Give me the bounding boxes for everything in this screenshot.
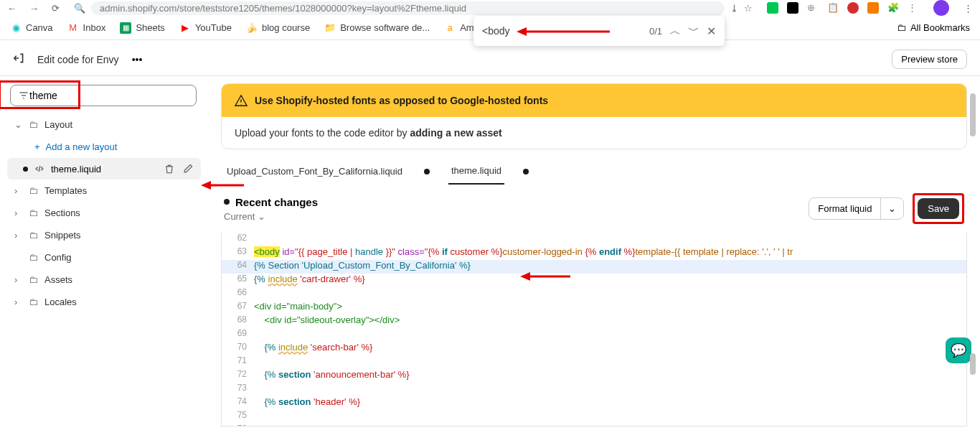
annotation-search-highlight	[0, 80, 80, 109]
plus-icon: +	[34, 141, 40, 152]
alert-box: Use Shopify-hosted fonts as opposed to G…	[221, 83, 967, 149]
address-bar[interactable]: admin.shopify.com/store/teststore1205/th…	[91, 1, 725, 15]
chevron-right-icon: ›	[14, 185, 23, 196]
extension-icon[interactable]	[867, 2, 879, 14]
sidebar-folder-config[interactable]: ›🗀Config	[7, 246, 201, 269]
tab-theme-liquid[interactable]: theme.liquid	[448, 158, 504, 185]
modified-dot-icon	[23, 167, 28, 172]
forward-icon[interactable]: →	[29, 3, 39, 14]
bookmark-inbox[interactable]: MInbox	[67, 22, 106, 34]
chevron-right-icon: ›	[14, 274, 23, 285]
sidebar-folder-layout[interactable]: ⌄ 🗀 Layout	[7, 113, 201, 136]
annotation-save-highlight: Save	[913, 193, 964, 224]
scrollbar-thumb[interactable]	[970, 93, 976, 136]
menu-icon[interactable]: ⋮	[963, 3, 973, 14]
sidebar-folder-templates[interactable]: ›🗀Templates	[7, 180, 201, 202]
extension-icon[interactable]	[787, 2, 798, 14]
find-match-count: 0/1	[649, 26, 662, 37]
chevron-right-icon: ›	[14, 208, 23, 218]
file-theme-liquid[interactable]: theme.liquid	[7, 158, 201, 180]
bookmark-blog[interactable]: 🍌blog course	[246, 22, 310, 34]
extension-icon[interactable]: ⊕	[807, 2, 819, 14]
extension-icon[interactable]: 📋	[827, 2, 839, 14]
find-close-icon[interactable]: ✕	[707, 24, 716, 38]
browser-toolbar: ← → ⟳ 🔍 admin.shopify.com/store/teststor…	[0, 0, 980, 16]
scrollbar-thumb[interactable]	[970, 353, 976, 375]
extension-icon[interactable]	[767, 2, 778, 14]
extension-icon[interactable]: ⋮	[908, 2, 919, 14]
page-title: Edit code for Envy	[37, 54, 119, 65]
modified-dot-icon	[424, 169, 430, 174]
code-editor[interactable]: 62 63<body id="{{ page_title | handle }}…	[221, 233, 967, 427]
folder-icon: 🗀	[29, 274, 39, 285]
bookmark-sheets[interactable]: ▦Sheets	[120, 22, 164, 34]
format-liquid-button[interactable]: Format liquid ⌄	[809, 197, 904, 220]
extension-icon[interactable]: 🧩	[887, 2, 899, 14]
delete-icon[interactable]	[164, 163, 175, 174]
back-icon[interactable]: ←	[7, 3, 17, 14]
svg-marker-3	[201, 181, 211, 190]
editor-tabs: Upload_Custom_Font_By_California.liquid …	[221, 158, 967, 185]
folder-icon: 🗀	[29, 119, 39, 130]
bookmark-canva[interactable]: ◉Canva	[10, 22, 53, 34]
all-bookmarks[interactable]: 🗀All Bookmarks	[897, 22, 970, 33]
modified-dot-icon	[523, 169, 529, 174]
extension-icon[interactable]	[847, 2, 859, 14]
folder-icon: 🗀	[29, 185, 39, 196]
preview-store-button[interactable]: Preview store	[892, 50, 967, 69]
app-header: Edit code for Envy ••• Preview store	[0, 43, 980, 76]
reload-icon[interactable]: ⟳	[52, 3, 60, 14]
chat-bubble-icon[interactable]: 💬	[946, 337, 971, 363]
folder-icon: 🗀	[29, 208, 39, 218]
sidebar-folder-locales[interactable]: ›🗀Locales	[7, 291, 201, 313]
warning-icon	[235, 94, 248, 107]
more-icon[interactable]: •••	[132, 54, 143, 65]
annotation-arrow	[520, 271, 570, 282]
find-prev-icon[interactable]: ︿	[669, 24, 681, 39]
svg-marker-5	[520, 272, 530, 281]
chevron-right-icon: ›	[14, 230, 23, 241]
recent-changes-title: Recent changes	[224, 196, 318, 208]
tab-upload-font[interactable]: Upload_Custom_Font_By_California.liquid	[224, 159, 405, 184]
bookmark-youtube[interactable]: ▶YouTube	[179, 22, 232, 34]
sidebar: ⌄ 🗀 Layout + Add a new layout theme.liqu…	[0, 76, 208, 438]
sidebar-folder-snippets[interactable]: ›🗀Snippets	[7, 224, 201, 246]
install-icon[interactable]: ⤓	[730, 3, 738, 14]
folder-icon: 🗀	[29, 230, 39, 241]
folder-icon: 🗀	[29, 297, 39, 307]
annotation-arrow	[201, 180, 244, 191]
add-layout-link[interactable]: + Add a new layout	[7, 136, 201, 158]
bookmark-browse[interactable]: 📁Browse software de...	[324, 22, 430, 34]
folder-icon: 🗀	[897, 22, 906, 33]
edit-icon[interactable]	[182, 163, 194, 174]
profile-avatar[interactable]	[933, 0, 949, 16]
find-next-icon[interactable]: ﹀	[688, 24, 699, 39]
save-button[interactable]: Save	[918, 198, 959, 219]
svg-marker-1	[517, 27, 527, 36]
chevron-down-icon: ⌄	[14, 119, 23, 130]
code-file-icon	[34, 163, 45, 174]
chevron-right-icon: ›	[14, 297, 23, 307]
site-info-icon[interactable]: 🔍	[74, 3, 85, 14]
sidebar-folder-sections[interactable]: ›🗀Sections	[7, 202, 201, 224]
exit-icon[interactable]	[13, 52, 24, 66]
folder-icon: 🗀	[29, 252, 39, 263]
content-area: Use Shopify-hosted fonts as opposed to G…	[208, 76, 980, 438]
star-icon[interactable]: ☆	[744, 3, 753, 14]
recent-changes-current[interactable]: Current ⌄	[224, 211, 318, 222]
chevron-down-icon[interactable]: ⌄	[881, 198, 903, 219]
sidebar-folder-assets[interactable]: ›🗀Assets	[7, 269, 201, 291]
